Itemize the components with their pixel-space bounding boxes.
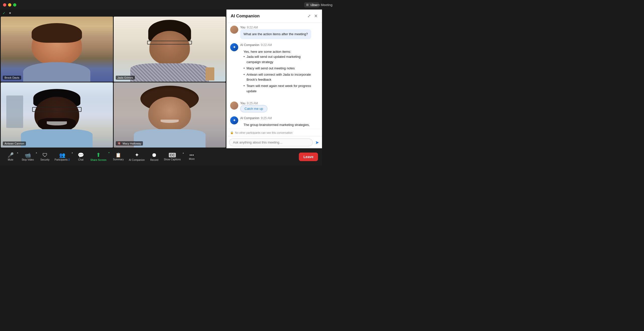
- ai-avatar-2: ✦: [230, 43, 238, 51]
- record-icon: ⏺: [151, 152, 157, 158]
- video-cell-macy: 🔇 Macy Halloway: [114, 82, 226, 148]
- video-grid: Brock Davis: [0, 17, 226, 148]
- ai-panel-close-button[interactable]: ✕: [314, 13, 318, 19]
- mute-label: Mute: [8, 158, 13, 161]
- grid-icon: ⊞: [306, 3, 309, 7]
- mute-icon: 🎤: [8, 153, 14, 158]
- summary-icon: 📋: [115, 153, 121, 157]
- ai-message-bubble-2: Yes, here are some action items: Jada wi…: [240, 47, 318, 98]
- security-label: Security: [41, 158, 50, 161]
- share-screen-icon: ⬆: [96, 152, 101, 158]
- ai-send-button[interactable]: ➤: [315, 139, 319, 146]
- participant-name-macy: 🔇 Macy Halloway: [116, 141, 143, 146]
- participants-icon: 👥: [59, 153, 65, 158]
- toolbar-group-participants: 👥 Participants 2 ▲: [53, 151, 73, 163]
- toolbar-item-mute[interactable]: 🎤 Mute: [4, 151, 17, 163]
- message-meta-3: You 9:25 AM: [240, 102, 318, 105]
- send-icon: ➤: [315, 140, 319, 145]
- ai-message-content-4: AI Companion 9:25 AM The group brainstor…: [240, 116, 318, 129]
- more-label: More: [189, 158, 195, 160]
- toolbar-item-summary[interactable]: 📋 Summary: [111, 151, 126, 162]
- share-screen-label: Share Screen: [90, 159, 106, 161]
- user-message-row-3: You 9:25 AM Catch me up: [230, 102, 318, 112]
- video-area: ✓ ✦ Brock Davis: [0, 10, 226, 148]
- captions-icon: CC: [169, 153, 176, 157]
- lock-icon: 🔒: [230, 131, 234, 134]
- user-message-content-1: You 9:22 AM What are the action items af…: [240, 26, 318, 39]
- video-cell-brock: Brock Davis: [1, 17, 113, 82]
- ai-panel-header: AI Companion ⤢ ✕: [227, 10, 322, 23]
- ai-message-row-4: ✦ AI Companion 9:25 AM The group brainst…: [230, 116, 318, 129]
- maximize-button[interactable]: [13, 3, 16, 7]
- toolbar-item-more[interactable]: ••• More: [185, 152, 198, 162]
- toolbar-item-show-captions[interactable]: CC Show Captions: [162, 151, 183, 162]
- chat-icon: 💬: [78, 153, 84, 158]
- user-message-content-3: You 9:25 AM Catch me up: [240, 102, 318, 112]
- ai-magic-icon: ✦: [9, 11, 12, 15]
- toolbar-group-mute: 🎤 Mute ▲: [4, 151, 19, 163]
- window-controls: [3, 3, 16, 7]
- ai-panel-title: AI Companion: [231, 14, 260, 19]
- ai-panel-popout-button[interactable]: ⤢: [307, 13, 311, 19]
- toolbar-item-record[interactable]: ⏺ Record: [148, 151, 161, 163]
- close-icon: ✕: [314, 14, 317, 18]
- toolbar-item-stop-video[interactable]: 📹 Stop Video: [20, 151, 36, 163]
- participant-name-brock: Brock Davis: [3, 76, 21, 80]
- muted-mic-icon: 🔇: [117, 142, 121, 145]
- user-message-row-1: You 9:22 AM What are the action items af…: [230, 26, 318, 39]
- show-captions-label: Show Captions: [164, 158, 181, 161]
- ai-message-bubble-4: The group brainstormed marketing strateg…: [240, 120, 318, 129]
- video-cell-antwan: Antwan Cannon: [1, 82, 113, 148]
- ai-panel-actions: ⤢ ✕: [307, 13, 318, 19]
- security-icon: 🛡: [43, 153, 48, 158]
- minimize-button[interactable]: [8, 3, 11, 7]
- close-button[interactable]: [3, 3, 6, 7]
- toolbar-item-chat[interactable]: 💬 Chat: [74, 151, 87, 163]
- toolbar-item-share-screen[interactable]: ⬆ Share Screen: [88, 151, 108, 163]
- ai-companion-icon: ✦: [135, 152, 139, 158]
- summary-label: Summary: [113, 158, 124, 161]
- message-meta-2: AI Companion 9:22 AM: [240, 43, 318, 47]
- window-title: Zoom Meeting: [311, 3, 322, 7]
- chat-label: Chat: [78, 158, 84, 161]
- ai-message-row-2: ✦ AI Companion 9:22 AM Yes, here are som…: [230, 43, 318, 98]
- toolbar-items: 🎤 Mute ▲ 📹 Stop Video ▲ 🛡 Security 👥 Par…: [4, 151, 297, 163]
- ai-companion-label: AI Companion: [129, 159, 145, 161]
- more-icon: •••: [190, 153, 194, 157]
- video-cell-jada: Jada Grimes: [114, 17, 226, 82]
- user-message-bubble-1: What are the action items after the meet…: [240, 29, 311, 39]
- participant-name-antwan: Antwan Cannon: [3, 141, 26, 146]
- ai-message-content-2: AI Companion 9:22 AM Yes, here are some …: [240, 43, 318, 98]
- indicator-bar: ✓ ✦: [0, 10, 226, 17]
- toolbar-group-captions: CC Show Captions ▲: [162, 151, 184, 162]
- stop-video-icon: 📹: [25, 153, 31, 158]
- participant-name-jada: Jada Grimes: [116, 76, 135, 80]
- security-shield-icon: ✓: [3, 11, 7, 15]
- message-group-2: ✦ AI Companion 9:22 AM Yes, here are som…: [230, 43, 318, 98]
- ai-chat-input[interactable]: [229, 138, 313, 146]
- popout-icon: ⤢: [307, 14, 311, 18]
- message-group-1: You 9:22 AM What are the action items af…: [230, 26, 318, 39]
- participants-label: Participants 2: [55, 158, 70, 161]
- toolbar-item-participants[interactable]: 👥 Participants 2: [53, 151, 72, 163]
- catch-me-up-sent-bubble: Catch me up: [240, 105, 267, 112]
- ai-star-icon-2: ✦: [233, 118, 236, 123]
- toolbar-item-ai-companion[interactable]: ✦ AI Companion: [127, 151, 147, 163]
- toolbar-group-share: ⬆ Share Screen ▲: [88, 151, 110, 163]
- titlebar: Zoom Meeting ⊞ View: [0, 0, 322, 10]
- leave-button[interactable]: Leave: [299, 153, 318, 161]
- main-content: ✓ ✦ Brock Davis: [0, 10, 322, 148]
- toolbar-item-security[interactable]: 🛡 Security: [38, 151, 52, 163]
- ai-companion-panel: AI Companion ⤢ ✕ You 9:22 AM: [226, 10, 322, 148]
- action-items-list: Jada will send out updated marketing cam…: [244, 54, 315, 94]
- participant-count-badge: 2: [68, 158, 70, 161]
- ai-messages-container: You 9:22 AM What are the action items af…: [227, 23, 322, 129]
- user-avatar-1: [230, 26, 238, 34]
- user-avatar-3: [230, 102, 238, 110]
- ai-avatar-4: ✦: [230, 116, 238, 124]
- ai-star-icon: ✦: [233, 45, 236, 50]
- toolbar-group-video: 📹 Stop Video ▲: [20, 151, 37, 163]
- message-meta-4: AI Companion 9:25 AM: [240, 116, 318, 120]
- ai-privacy-note: 🔒 No other participants can see this con…: [227, 129, 322, 136]
- message-group-3: You 9:25 AM Catch me up: [230, 102, 318, 112]
